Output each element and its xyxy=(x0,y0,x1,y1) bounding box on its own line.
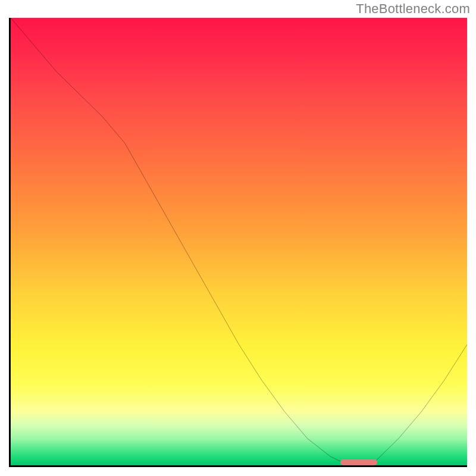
optimum-marker xyxy=(340,459,377,465)
watermark-text: TheBottleneck.com xyxy=(356,1,470,17)
bottleneck-curve xyxy=(11,18,467,465)
curve-path xyxy=(11,18,467,465)
plot-area xyxy=(9,18,467,467)
